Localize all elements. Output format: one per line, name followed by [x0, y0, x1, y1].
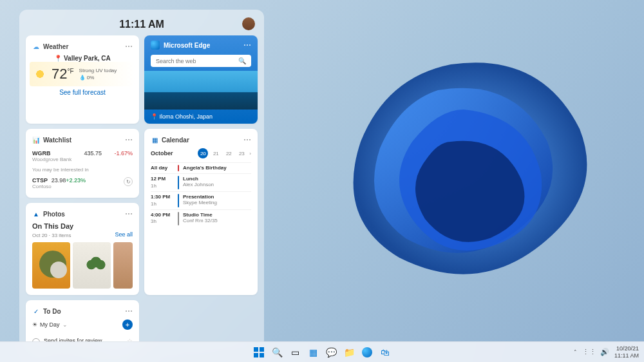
watchlist-row[interactable]: WGRBWoodgrove Bank 435.75 -1.67%: [32, 148, 133, 164]
weather-location: 📍 Valley Park, CA: [32, 55, 133, 62]
chart-icon: 📊: [32, 136, 40, 144]
sun-icon: ☀: [32, 321, 37, 328]
calendar-widget[interactable]: ▦ Calendar ⋯ October 20 21 22 23 › All d…: [144, 129, 258, 295]
todo-list-name[interactable]: My Day: [40, 321, 60, 328]
taskbar-clock[interactable]: 10/20/21 11:11 AM: [614, 345, 639, 359]
svg-rect-3: [260, 353, 264, 357]
calendar-month: October: [151, 150, 195, 157]
photo-thumbnail[interactable]: [113, 242, 133, 289]
calendar-day[interactable]: 23: [236, 148, 247, 158]
calendar-event[interactable]: 4:00 PM3hStudio TimeConf Rm 32/35: [151, 209, 251, 227]
calendar-event[interactable]: All dayAngela's Birthday: [151, 162, 251, 173]
taskbar: 🔍 ▭ ▦ 💬 📁 🛍 ˄ ⋮⋮ 🔊 10/20/21 11:11 AM: [0, 341, 644, 362]
more-icon[interactable]: ⋯: [125, 307, 133, 316]
todo-widget[interactable]: ✓ To Do ⋯ ☀ My Day ⌄ + Send invites for …: [26, 300, 139, 348]
weather-title: Weather: [43, 43, 122, 50]
chevron-right-icon[interactable]: ›: [249, 151, 251, 157]
sun-icon: [33, 68, 46, 81]
edge-widget[interactable]: Microsoft Edge ⋯ 🔍 📍 Iloma Ohoshi, Japan: [144, 35, 258, 124]
weather-widget[interactable]: ☁ Weather ⋯ 📍 Valley Park, CA 72°F Stron…: [26, 35, 139, 124]
svg-rect-1: [260, 347, 264, 352]
more-icon[interactable]: ⋯: [243, 41, 251, 50]
watchlist-title: Watchlist: [43, 137, 122, 144]
edge-icon: [151, 41, 160, 50]
task-view-icon[interactable]: ▭: [287, 345, 303, 360]
calendar-icon: ▦: [151, 136, 158, 144]
more-icon[interactable]: ⋯: [125, 135, 133, 144]
store-icon[interactable]: 🛍: [377, 345, 393, 360]
calendar-event[interactable]: 1:30 PM1hPresentationSkype Meeting: [151, 191, 251, 209]
more-icon[interactable]: ⋯: [243, 135, 251, 144]
widgets-panel: 11:11 AM ☁ Weather ⋯ 📍 Valley Park, CA 7…: [19, 10, 264, 348]
edge-search[interactable]: 🔍: [151, 55, 251, 67]
photos-heading: On This Day: [32, 222, 133, 230]
user-avatar[interactable]: [242, 17, 255, 30]
widgets-icon[interactable]: ▦: [305, 345, 321, 360]
calendar-day[interactable]: 20: [198, 148, 208, 158]
edge-caption: 📍 Iloma Ohoshi, Japan: [144, 110, 258, 124]
calendar-day[interactable]: 22: [223, 148, 234, 158]
panel-time: 11:11 AM: [119, 19, 164, 30]
search-icon[interactable]: 🔍: [269, 345, 285, 360]
weather-detail: Strong UV today 💧 0%: [79, 67, 117, 81]
search-icon[interactable]: 🔍: [238, 57, 246, 64]
volume-icon[interactable]: 🔊: [600, 348, 609, 356]
forecast-link[interactable]: See full forecast: [32, 89, 133, 96]
photo-thumbnail[interactable]: [32, 242, 70, 289]
more-icon[interactable]: ⋯: [125, 42, 133, 51]
calendar-day[interactable]: 21: [211, 148, 221, 158]
photos-sub: Oct 20 · 33 items: [32, 233, 71, 238]
weather-temp: 72°F: [52, 66, 74, 82]
edge-icon[interactable]: [359, 345, 375, 360]
more-icon[interactable]: ⋯: [125, 209, 133, 218]
search-input[interactable]: [156, 58, 234, 64]
photos-icon: ▲: [32, 210, 40, 218]
watchlist-widget[interactable]: 📊 Watchlist ⋯ WGRBWoodgrove Bank 435.75 …: [26, 129, 139, 198]
chevron-up-icon[interactable]: ˄: [574, 349, 577, 356]
todo-icon: ✓: [32, 307, 40, 315]
explorer-icon[interactable]: 📁: [341, 345, 357, 360]
photos-title: Photos: [43, 211, 122, 218]
refresh-icon[interactable]: ↻: [124, 177, 133, 186]
watchlist-note: You may be interested in: [32, 167, 133, 173]
system-tray: ˄ ⋮⋮ 🔊 10/20/21 11:11 AM: [574, 345, 639, 359]
photos-widget[interactable]: ▲ Photos ⋯ On This Day Oct 20 · 33 items…: [26, 203, 139, 295]
svg-rect-2: [254, 353, 258, 357]
svg-rect-0: [254, 347, 258, 352]
weather-icon: ☁: [32, 43, 40, 50]
taskbar-center: 🔍 ▭ ▦ 💬 📁 🛍: [251, 345, 393, 360]
todo-title: To Do: [43, 308, 122, 315]
photo-thumbnail[interactable]: [73, 242, 111, 289]
calendar-title: Calendar: [162, 137, 240, 144]
start-button[interactable]: [251, 345, 267, 360]
chevron-down-icon[interactable]: ⌄: [62, 321, 68, 328]
chat-icon[interactable]: 💬: [323, 345, 339, 360]
add-task-button[interactable]: +: [122, 319, 133, 330]
bloom-graphic: [270, 13, 631, 335]
watchlist-row[interactable]: CTSPContoso 23.98 +2.23% ↻: [32, 175, 133, 191]
panel-header: 11:11 AM: [26, 16, 258, 35]
wifi-icon[interactable]: ⋮⋮: [582, 348, 596, 356]
calendar-event[interactable]: 12 PM1hLunchAlex Johnson: [151, 173, 251, 191]
edge-title: Microsoft Edge: [164, 42, 240, 49]
see-all-link[interactable]: See all: [115, 231, 133, 238]
edge-image: [144, 71, 258, 110]
